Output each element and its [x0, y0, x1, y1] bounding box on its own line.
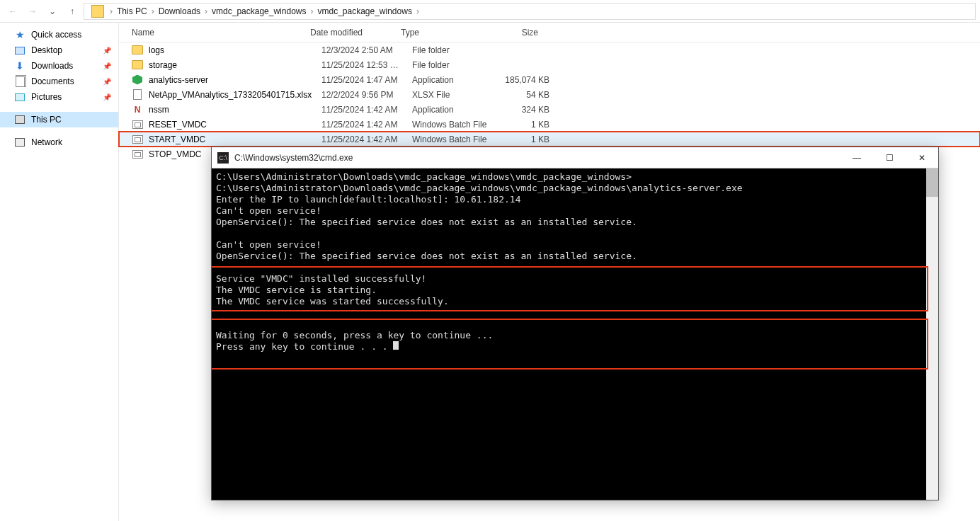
folder-icon [91, 5, 104, 18]
chevron-right-icon: › [152, 6, 154, 16]
monitor-icon [14, 45, 25, 56]
file-type: Application [412, 105, 500, 115]
breadcrumb[interactable]: › This PC › Downloads › vmdc_package_win… [84, 3, 976, 20]
crumb-folder-1[interactable]: vmdc_package_windows [210, 6, 307, 16]
sidebar-item-label: Pictures [31, 92, 62, 102]
file-type: Windows Batch File [412, 120, 500, 130]
green-icon [132, 74, 143, 86]
nav-recent-dropdown[interactable]: ⌄ [44, 3, 61, 20]
sidebar-item-label: Documents [31, 76, 74, 86]
file-row[interactable]: analytics-server11/25/2024 1:47 AMApplic… [119, 72, 980, 87]
chevron-right-icon: › [416, 6, 419, 16]
cmd-line: C:\Users\Administrator\Downloads\vmdc_pa… [216, 171, 934, 183]
file-date: 12/3/2024 2:50 AM [321, 45, 412, 55]
cmd-line: Service "VMDC" installed successfully! [216, 273, 934, 285]
folder-icon [132, 59, 143, 71]
cmd-window[interactable]: C:\ C:\Windows\system32\cmd.exe — ☐ ✕ C:… [211, 147, 939, 500]
sidebar-item-documents[interactable]: Documents📌 [0, 74, 118, 89]
cmd-line: Can't open service! [216, 239, 934, 251]
file-date: 11/25/2024 1:42 AM [321, 120, 412, 130]
file-name: analytics-server [149, 75, 321, 85]
cmd-line [216, 262, 934, 273]
pin-icon: 📌 [103, 62, 111, 70]
file-name: logs [149, 45, 321, 55]
column-header-type[interactable]: Type [401, 28, 489, 38]
sidebar-item-label: Quick access [31, 30, 81, 40]
file-row[interactable]: RESET_VMDC11/25/2024 1:42 AMWindows Batc… [119, 117, 980, 132]
file-size: 1 KB [500, 134, 557, 144]
bat-icon [132, 149, 143, 160]
file-type: Application [412, 75, 500, 85]
cmd-line: The VMDC service was started successfull… [216, 296, 934, 307]
file-date: 11/25/2024 1:42 AM [321, 134, 412, 144]
file-type: Windows Batch File [412, 134, 500, 144]
folder-icon [132, 45, 143, 56]
file-row[interactable]: storage11/25/2024 12:53 …File folder [119, 57, 980, 72]
navigation-pane: ★Quick accessDesktop📌⬇Downloads📌Document… [0, 23, 119, 521]
sidebar-item-quick-access[interactable]: ★Quick access [0, 27, 118, 42]
file-row[interactable]: logs12/3/2024 2:50 AMFile folder [119, 42, 980, 57]
pin-icon: 📌 [103, 47, 111, 55]
sidebar-item-label: Downloads [31, 61, 73, 71]
file-size: 185,074 KB [500, 75, 557, 85]
cmd-line [216, 319, 934, 330]
sidebar-item-downloads[interactable]: ⬇Downloads📌 [0, 58, 118, 74]
down-icon: ⬇ [14, 60, 25, 71]
minimize-button[interactable]: — [841, 147, 873, 168]
cmd-line [216, 307, 934, 319]
column-header-date[interactable]: Date modified [310, 28, 401, 38]
crumb-this-pc[interactable]: This PC [115, 6, 149, 16]
nav-forward-button[interactable]: → [24, 3, 41, 20]
sidebar-item-desktop[interactable]: Desktop📌 [0, 42, 118, 58]
file-size: 54 KB [500, 90, 557, 100]
cmd-line [216, 228, 934, 239]
cmd-line: Waiting for 0 seconds, press a key to co… [216, 330, 934, 341]
scrollbar-thumb[interactable] [926, 168, 938, 197]
crumb-downloads[interactable]: Downloads [157, 6, 202, 16]
file-date: 11/25/2024 1:42 AM [321, 105, 412, 115]
close-button[interactable]: ✕ [906, 147, 938, 168]
sidebar-item-this-pc[interactable]: This PC [0, 112, 118, 127]
pin-icon: 📌 [103, 93, 111, 101]
cmd-output[interactable]: C:\Users\Administrator\Downloads\vmdc_pa… [212, 168, 938, 500]
file-name: storage [149, 60, 321, 70]
cmd-line: Enter the IP to launch[default:localhost… [216, 194, 934, 205]
cmd-titlebar[interactable]: C:\ C:\Windows\system32\cmd.exe — ☐ ✕ [212, 147, 938, 168]
cmd-line: The VMDC service is starting. [216, 285, 934, 296]
sidebar-item-network[interactable]: Network [0, 134, 118, 150]
file-size: 324 KB [500, 105, 557, 115]
sidebar-item-pictures[interactable]: Pictures📌 [0, 89, 118, 105]
nav-back-button[interactable]: ← [4, 3, 21, 20]
crumb-folder-2[interactable]: vmdc_package_windows [316, 6, 413, 16]
net-icon [14, 137, 25, 148]
nav-up-button[interactable]: ↑ [64, 3, 81, 20]
cmd-line: Can't open service! [216, 205, 934, 217]
star-icon: ★ [14, 29, 25, 40]
file-row[interactable]: NetApp_VMAnalytics_1733205401715.xlsx12/… [119, 87, 980, 102]
bat-icon [132, 119, 143, 130]
cmd-line: OpenService(): The specified service doe… [216, 217, 934, 228]
cmd-icon: C:\ [217, 152, 229, 164]
sidebar-item-label: Desktop [31, 45, 62, 55]
file-type: File folder [412, 60, 500, 70]
column-header-size[interactable]: Size [489, 28, 545, 38]
file-row[interactable]: START_VMDC11/25/2024 1:42 AMWindows Batc… [119, 132, 980, 147]
column-header-name[interactable]: Name [119, 28, 310, 38]
chevron-right-icon: › [110, 6, 113, 16]
file-name: NetApp_VMAnalytics_1733205401715.xlsx [149, 90, 321, 100]
column-headers: Name Date modified Type Size [119, 23, 980, 42]
docset-icon [14, 76, 25, 87]
file-date: 12/2/2024 9:56 PM [321, 90, 412, 100]
scrollbar[interactable] [926, 168, 938, 500]
sidebar-item-label: This PC [31, 115, 62, 125]
maximize-button[interactable]: ☐ [873, 147, 906, 168]
cmd-line: Press any key to continue . . . [216, 341, 934, 353]
file-name: RESET_VMDC [149, 120, 321, 130]
file-row[interactable]: Nnssm11/25/2024 1:42 AMApplication324 KB [119, 102, 980, 117]
file-date: 11/25/2024 1:47 AM [321, 75, 412, 85]
file-date: 11/25/2024 12:53 … [321, 60, 412, 70]
address-bar: ← → ⌄ ↑ › This PC › Downloads › vmdc_pac… [0, 0, 980, 23]
pic-icon [14, 91, 25, 103]
chevron-right-icon: › [310, 6, 313, 16]
n-icon: N [132, 104, 143, 115]
